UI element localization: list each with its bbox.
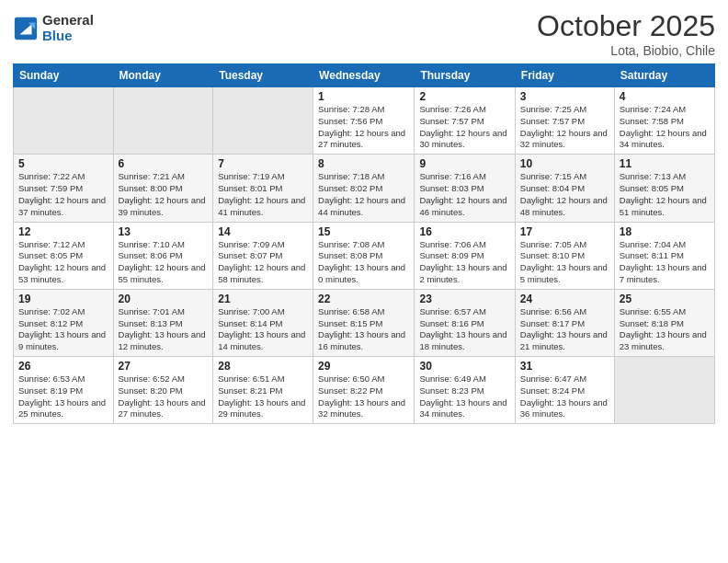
day-info: Sunrise: 7:16 AM Sunset: 8:03 PM Dayligh…	[419, 171, 509, 218]
day-info: Sunrise: 7:02 AM Sunset: 8:12 PM Dayligh…	[18, 306, 108, 353]
month-title: October 2025	[537, 9, 715, 43]
day-info: Sunrise: 7:25 AM Sunset: 7:57 PM Dayligh…	[520, 104, 609, 151]
calendar-cell: 4Sunrise: 7:24 AM Sunset: 7:58 PM Daylig…	[614, 87, 714, 155]
calendar-cell: 9Sunrise: 7:16 AM Sunset: 8:03 PM Daylig…	[415, 155, 515, 222]
calendar-cell: 2Sunrise: 7:26 AM Sunset: 7:57 PM Daylig…	[415, 87, 515, 155]
title-block: October 2025 Lota, Biobio, Chile	[537, 9, 715, 58]
weekday-header-wednesday: Wednesday	[313, 64, 415, 87]
calendar-cell: 8Sunrise: 7:18 AM Sunset: 8:02 PM Daylig…	[313, 155, 415, 222]
calendar-cell: 30Sunrise: 6:49 AM Sunset: 8:23 PM Dayli…	[415, 357, 515, 424]
day-info: Sunrise: 7:18 AM Sunset: 8:02 PM Dayligh…	[318, 171, 409, 218]
day-info: Sunrise: 7:19 AM Sunset: 8:01 PM Dayligh…	[218, 171, 308, 218]
calendar-cell: 20Sunrise: 7:01 AM Sunset: 8:13 PM Dayli…	[113, 289, 213, 356]
day-number: 9	[419, 157, 509, 170]
calendar-cell: 5Sunrise: 7:22 AM Sunset: 7:59 PM Daylig…	[14, 155, 114, 222]
week-row-1: 1Sunrise: 7:28 AM Sunset: 7:56 PM Daylig…	[14, 87, 715, 155]
day-number: 26	[18, 360, 108, 373]
calendar-cell	[614, 357, 714, 424]
day-info: Sunrise: 6:53 AM Sunset: 8:19 PM Dayligh…	[18, 373, 108, 420]
day-info: Sunrise: 7:06 AM Sunset: 8:09 PM Dayligh…	[419, 239, 509, 286]
calendar-cell: 28Sunrise: 6:51 AM Sunset: 8:21 PM Dayli…	[213, 357, 313, 424]
day-info: Sunrise: 7:10 AM Sunset: 8:06 PM Dayligh…	[119, 239, 209, 286]
day-info: Sunrise: 7:05 AM Sunset: 8:10 PM Dayligh…	[520, 239, 609, 286]
calendar-cell: 19Sunrise: 7:02 AM Sunset: 8:12 PM Dayli…	[14, 289, 114, 356]
day-info: Sunrise: 7:22 AM Sunset: 7:59 PM Dayligh…	[18, 171, 108, 218]
calendar-cell: 14Sunrise: 7:09 AM Sunset: 8:07 PM Dayli…	[213, 222, 313, 289]
calendar-cell: 27Sunrise: 6:52 AM Sunset: 8:20 PM Dayli…	[113, 357, 213, 424]
calendar-cell: 7Sunrise: 7:19 AM Sunset: 8:01 PM Daylig…	[213, 155, 313, 222]
header: General Blue October 2025 Lota, Biobio, …	[13, 9, 715, 58]
weekday-header-tuesday: Tuesday	[213, 64, 313, 87]
calendar-cell	[14, 87, 114, 155]
day-number: 10	[520, 157, 609, 170]
day-info: Sunrise: 6:55 AM Sunset: 8:18 PM Dayligh…	[620, 306, 710, 353]
day-info: Sunrise: 7:01 AM Sunset: 8:13 PM Dayligh…	[119, 306, 209, 353]
weekday-header-monday: Monday	[113, 64, 213, 87]
day-number: 13	[119, 225, 209, 238]
day-number: 11	[620, 157, 710, 170]
day-number: 24	[520, 293, 609, 305]
calendar-cell: 1Sunrise: 7:28 AM Sunset: 7:56 PM Daylig…	[313, 87, 415, 155]
day-info: Sunrise: 6:47 AM Sunset: 8:24 PM Dayligh…	[520, 373, 609, 420]
calendar-cell: 24Sunrise: 6:56 AM Sunset: 8:17 PM Dayli…	[515, 289, 614, 356]
day-number: 14	[218, 225, 308, 238]
calendar-cell: 23Sunrise: 6:57 AM Sunset: 8:16 PM Dayli…	[415, 289, 515, 356]
day-info: Sunrise: 7:04 AM Sunset: 8:11 PM Dayligh…	[620, 239, 710, 286]
calendar-cell: 29Sunrise: 6:50 AM Sunset: 8:22 PM Dayli…	[313, 357, 415, 424]
calendar-cell	[113, 87, 213, 155]
location-subtitle: Lota, Biobio, Chile	[537, 43, 715, 58]
svg-rect-0	[15, 17, 37, 39]
day-info: Sunrise: 6:49 AM Sunset: 8:23 PM Dayligh…	[419, 373, 509, 420]
day-number: 6	[119, 157, 209, 170]
week-row-2: 5Sunrise: 7:22 AM Sunset: 7:59 PM Daylig…	[14, 155, 715, 222]
day-info: Sunrise: 7:12 AM Sunset: 8:05 PM Dayligh…	[18, 239, 108, 286]
day-info: Sunrise: 7:09 AM Sunset: 8:07 PM Dayligh…	[218, 239, 308, 286]
week-row-4: 19Sunrise: 7:02 AM Sunset: 8:12 PM Dayli…	[14, 289, 715, 356]
week-row-3: 12Sunrise: 7:12 AM Sunset: 8:05 PM Dayli…	[14, 222, 715, 289]
day-number: 16	[419, 225, 509, 238]
calendar-cell: 17Sunrise: 7:05 AM Sunset: 8:10 PM Dayli…	[515, 222, 614, 289]
day-number: 2	[419, 90, 509, 103]
day-number: 19	[18, 293, 108, 305]
day-number: 3	[520, 90, 609, 103]
weekday-header-sunday: Sunday	[14, 64, 114, 87]
weekday-header-saturday: Saturday	[614, 64, 714, 87]
day-number: 28	[218, 360, 308, 373]
calendar-cell: 3Sunrise: 7:25 AM Sunset: 7:57 PM Daylig…	[515, 87, 614, 155]
weekday-header-thursday: Thursday	[415, 64, 515, 87]
week-row-5: 26Sunrise: 6:53 AM Sunset: 8:19 PM Dayli…	[14, 357, 715, 424]
calendar-cell: 21Sunrise: 7:00 AM Sunset: 8:14 PM Dayli…	[213, 289, 313, 356]
day-info: Sunrise: 7:21 AM Sunset: 8:00 PM Dayligh…	[119, 171, 209, 218]
day-number: 23	[419, 293, 509, 305]
calendar-cell: 12Sunrise: 7:12 AM Sunset: 8:05 PM Dayli…	[14, 222, 114, 289]
calendar-cell: 11Sunrise: 7:13 AM Sunset: 8:05 PM Dayli…	[614, 155, 714, 222]
calendar-cell: 6Sunrise: 7:21 AM Sunset: 8:00 PM Daylig…	[113, 155, 213, 222]
day-info: Sunrise: 7:08 AM Sunset: 8:08 PM Dayligh…	[318, 239, 409, 286]
day-number: 12	[18, 225, 108, 238]
day-info: Sunrise: 6:56 AM Sunset: 8:17 PM Dayligh…	[520, 306, 609, 353]
day-info: Sunrise: 6:51 AM Sunset: 8:21 PM Dayligh…	[218, 373, 308, 420]
day-number: 29	[318, 360, 409, 373]
day-info: Sunrise: 6:58 AM Sunset: 8:15 PM Dayligh…	[318, 306, 409, 353]
calendar-cell: 13Sunrise: 7:10 AM Sunset: 8:06 PM Dayli…	[113, 222, 213, 289]
day-number: 27	[119, 360, 209, 373]
day-info: Sunrise: 7:15 AM Sunset: 8:04 PM Dayligh…	[520, 171, 609, 218]
day-number: 5	[18, 157, 108, 170]
calendar-cell: 26Sunrise: 6:53 AM Sunset: 8:19 PM Dayli…	[14, 357, 114, 424]
logo-text: General Blue	[42, 13, 94, 43]
day-info: Sunrise: 7:00 AM Sunset: 8:14 PM Dayligh…	[218, 306, 308, 353]
day-number: 31	[520, 360, 609, 373]
day-number: 7	[218, 157, 308, 170]
day-info: Sunrise: 7:28 AM Sunset: 7:56 PM Dayligh…	[318, 104, 409, 151]
logo: General Blue	[13, 13, 94, 43]
weekday-header-friday: Friday	[515, 64, 614, 87]
calendar-cell: 25Sunrise: 6:55 AM Sunset: 8:18 PM Dayli…	[614, 289, 714, 356]
day-number: 8	[318, 157, 409, 170]
day-info: Sunrise: 7:13 AM Sunset: 8:05 PM Dayligh…	[620, 171, 710, 218]
day-number: 25	[620, 293, 710, 305]
day-number: 22	[318, 293, 409, 305]
weekday-header-row: SundayMondayTuesdayWednesdayThursdayFrid…	[14, 64, 715, 87]
calendar-cell: 31Sunrise: 6:47 AM Sunset: 8:24 PM Dayli…	[515, 357, 614, 424]
day-info: Sunrise: 6:52 AM Sunset: 8:20 PM Dayligh…	[119, 373, 209, 420]
day-number: 20	[119, 293, 209, 305]
